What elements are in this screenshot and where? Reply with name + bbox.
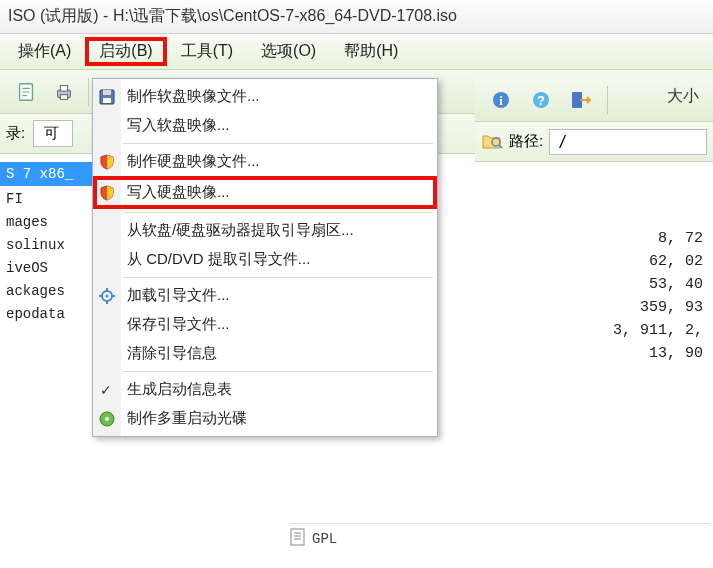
- menu-clear-boot-info[interactable]: 清除引导信息: [93, 339, 437, 368]
- menu-extract-boot-sector[interactable]: 从软盘/硬盘驱动器提取引导扇区...: [93, 216, 437, 245]
- exit-button[interactable]: [563, 84, 599, 116]
- toolbar-button-1[interactable]: [8, 76, 44, 108]
- menu-separator: [123, 212, 433, 213]
- menu-save-boot-file[interactable]: 保存引导文件...: [93, 310, 437, 339]
- help-icon: ?: [531, 90, 551, 110]
- menu-make-multiboot-disc[interactable]: 制作多重启动光碟: [93, 404, 437, 433]
- floppy-icon: [98, 88, 116, 106]
- check-icon: ✓: [100, 382, 112, 398]
- bottom-status: GPL: [290, 523, 710, 550]
- info-icon: i: [491, 90, 511, 110]
- menu-boot[interactable]: 启动(B): [85, 37, 166, 66]
- menu-separator: [123, 143, 433, 144]
- menu-write-floppy-image[interactable]: 写入软盘映像...: [93, 111, 437, 140]
- boot-dropdown-menu: 制作软盘映像文件... 写入软盘映像... 制作硬盘映像文件... 写入硬盘映像…: [92, 78, 438, 437]
- menu-label: 保存引导文件...: [127, 315, 230, 334]
- disc-icon: [98, 410, 116, 428]
- svg-text:?: ?: [537, 93, 545, 108]
- svg-rect-3: [60, 94, 67, 99]
- help-button[interactable]: ?: [523, 84, 559, 116]
- menu-options[interactable]: 选项(O): [247, 37, 330, 66]
- title-text: ISO (试用版) - H:\迅雷下载\os\CentOS-7-x86_64-D…: [8, 7, 457, 24]
- printer-icon: [53, 81, 75, 103]
- size-cell: 359, 93: [485, 299, 703, 316]
- gear-icon: [98, 287, 116, 305]
- menu-generate-boot-info-table[interactable]: ✓ 生成启动信息表: [93, 375, 437, 404]
- size-cell: 53, 40: [485, 276, 703, 293]
- svg-rect-5: [103, 90, 111, 95]
- info-button[interactable]: i: [483, 84, 519, 116]
- exit-icon: [570, 89, 592, 111]
- document-icon: [15, 81, 37, 103]
- file-size-column: 8, 72 62, 02 53, 40 359, 93 3, 911, 2, 1…: [475, 162, 713, 374]
- menu-label: 从软盘/硬盘驱动器提取引导扇区...: [127, 221, 354, 240]
- svg-rect-6: [103, 98, 111, 103]
- right-panel: i ? 路径: / 8, 72 62, 02 53, 40 359, 93 3,…: [475, 78, 713, 374]
- menu-help[interactable]: 帮助(H): [330, 37, 412, 66]
- shield-icon: [98, 153, 116, 171]
- path-input[interactable]: /: [549, 129, 707, 155]
- toolbar-separator: [88, 78, 89, 106]
- menu-separator: [123, 371, 433, 372]
- menu-make-hdd-image[interactable]: 制作硬盘映像文件...: [93, 147, 437, 176]
- right-path-row: 路径: /: [475, 122, 713, 162]
- menu-action[interactable]: 操作(A): [4, 37, 85, 66]
- toolbar-separator: [607, 86, 608, 114]
- size-column-header: 大小: [667, 86, 699, 107]
- svg-rect-22: [291, 529, 304, 545]
- size-cell: 8, 72: [485, 230, 703, 247]
- menu-bar: 操作(A) 启动(B) 工具(T) 选项(O) 帮助(H): [0, 34, 713, 70]
- menu-load-boot-file[interactable]: 加载引导文件...: [93, 281, 437, 310]
- menu-tools[interactable]: 工具(T): [167, 37, 247, 66]
- text-file-icon: [290, 528, 306, 550]
- size-cell: 3, 911, 2,: [485, 322, 703, 339]
- status-file-label: GPL: [312, 531, 337, 547]
- folder-search-icon[interactable]: [481, 130, 503, 153]
- menu-separator: [123, 277, 433, 278]
- menu-label: 写入软盘映像...: [127, 116, 230, 135]
- path-label: 路径:: [509, 132, 543, 151]
- menu-label: 生成启动信息表: [127, 380, 232, 399]
- menu-label: 写入硬盘映像...: [127, 183, 230, 202]
- menu-make-floppy-image[interactable]: 制作软盘映像文件...: [93, 82, 437, 111]
- toolbar-button-2[interactable]: [46, 76, 82, 108]
- menu-label: 制作硬盘映像文件...: [127, 152, 260, 171]
- shield-icon: [98, 184, 116, 202]
- svg-text:i: i: [499, 93, 503, 108]
- menu-label: 加载引导文件...: [127, 286, 230, 305]
- svg-rect-2: [60, 85, 67, 91]
- record-label: 录:: [6, 124, 25, 143]
- menu-label: 制作软盘映像文件...: [127, 87, 260, 106]
- menu-label: 从 CD/DVD 提取引导文件...: [127, 250, 310, 269]
- svg-point-14: [105, 417, 109, 421]
- menu-write-hdd-image[interactable]: 写入硬盘映像...: [93, 176, 437, 209]
- size-cell: 62, 02: [485, 253, 703, 270]
- menu-extract-cd-boot[interactable]: 从 CD/DVD 提取引导文件...: [93, 245, 437, 274]
- size-cell: 13, 90: [485, 345, 703, 362]
- svg-point-8: [106, 294, 109, 297]
- menu-label: 清除引导信息: [127, 344, 217, 363]
- menu-label: 制作多重启动光碟: [127, 409, 247, 428]
- window-title: ISO (试用版) - H:\迅雷下载\os\CentOS-7-x86_64-D…: [0, 0, 713, 34]
- record-dropdown[interactable]: 可: [33, 120, 73, 147]
